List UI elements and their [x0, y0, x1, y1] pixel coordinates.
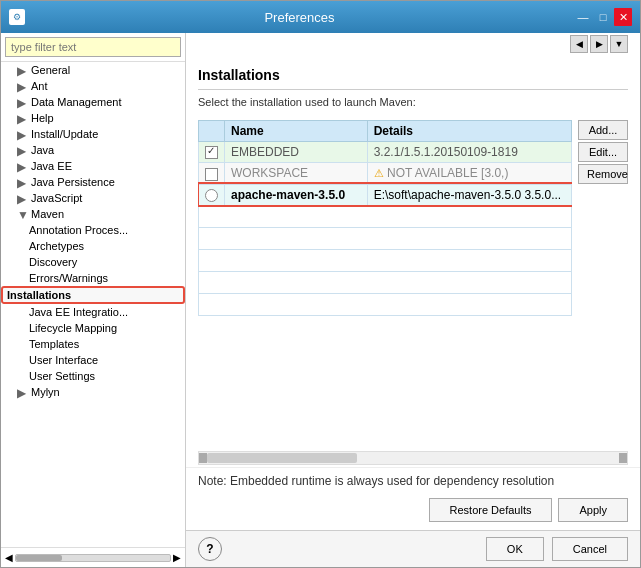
sidebar-item-maven[interactable]: ▼ Maven: [1, 206, 185, 222]
footer-buttons: OK Cancel: [486, 537, 628, 561]
sidebar-item-lifecycle-mapping[interactable]: Lifecycle Mapping: [1, 320, 185, 336]
arrow-icon: ▶: [17, 128, 29, 140]
title-bar-left: ⚙: [9, 9, 25, 25]
arrow-icon: ▶: [17, 192, 29, 204]
help-icon: ?: [206, 542, 213, 556]
row-details-cell: ⚠ NOT AVAILABLE [3.0,): [367, 163, 571, 184]
sidebar-item-templates[interactable]: Templates: [1, 336, 185, 352]
sidebar-item-label: Java: [31, 144, 54, 156]
sidebar-item-label: Annotation Proces...: [29, 224, 128, 236]
arrow-icon: ▶: [17, 144, 29, 156]
edit-button[interactable]: Edit...: [578, 142, 628, 162]
sidebar-item-java-ee[interactable]: ▶ Java EE: [1, 158, 185, 174]
row-check-cell: [199, 184, 225, 205]
help-button[interactable]: ?: [198, 537, 222, 561]
row-name-cell: EMBEDDED: [225, 142, 368, 163]
sidebar-item-install-update[interactable]: ▶ Install/Update: [1, 126, 185, 142]
close-button[interactable]: ✕: [614, 8, 632, 26]
sidebar-item-ant[interactable]: ▶ Ant: [1, 78, 185, 94]
sidebar-item-label: JavaScript: [31, 192, 82, 204]
sidebar-item-errors-warnings[interactable]: Errors/Warnings: [1, 270, 185, 286]
main-header: Installations Select the installation us…: [186, 57, 640, 120]
sidebar-item-general[interactable]: ▶ General: [1, 62, 185, 78]
sidebar-item-annotation-process[interactable]: Annotation Proces...: [1, 222, 185, 238]
table-action-bar: Restore Defaults Apply: [186, 494, 640, 530]
note-text: Note: Embedded runtime is always used fo…: [198, 474, 554, 488]
sidebar-item-help[interactable]: ▶ Help: [1, 110, 185, 126]
section-description: Select the installation used to launch M…: [198, 96, 628, 108]
ok-button[interactable]: OK: [486, 537, 544, 561]
scroll-right-icon[interactable]: ▶: [173, 552, 181, 563]
nav-back-button[interactable]: ◀: [570, 35, 588, 53]
sidebar-item-label: Installations: [7, 289, 71, 301]
table-scroll: Name Details EMBEDDED: [198, 120, 572, 316]
remove-button[interactable]: Remove: [578, 164, 628, 184]
filter-input[interactable]: [5, 37, 181, 57]
row-details-text: NOT AVAILABLE [3.0,): [387, 166, 508, 180]
row-checkbox[interactable]: [205, 146, 218, 159]
row-details-cell: E:\soft\apache-maven-3.5.0 3.5.0...: [367, 184, 571, 205]
nav-forward-button[interactable]: ▶: [590, 35, 608, 53]
sidebar-item-label: Java Persistence: [31, 176, 115, 188]
table-row-empty: [199, 249, 572, 271]
sidebar-item-label: Lifecycle Mapping: [29, 322, 117, 334]
table-row-empty: [199, 227, 572, 249]
sidebar-item-javascript[interactable]: ▶ JavaScript: [1, 190, 185, 206]
sidebar-item-discovery[interactable]: Discovery: [1, 254, 185, 270]
sidebar-item-label: Errors/Warnings: [29, 272, 108, 284]
scroll-left-icon[interactable]: ◀: [5, 552, 13, 563]
table-area: Name Details EMBEDDED: [186, 120, 640, 449]
sidebar-item-label: Archetypes: [29, 240, 84, 252]
maximize-button[interactable]: □: [594, 8, 612, 26]
sidebar-item-label: Java EE Integratio...: [29, 306, 128, 318]
row-check-cell: [199, 163, 225, 184]
sidebar-item-label: General: [31, 64, 70, 76]
sidebar-item-user-settings[interactable]: User Settings: [1, 368, 185, 384]
arrow-icon: ▶: [17, 176, 29, 188]
horizontal-scrollbar[interactable]: [198, 451, 628, 465]
col-check: [199, 121, 225, 142]
row-name-cell: apache-maven-3.5.0: [225, 184, 368, 205]
sidebar-item-java-ee-integration[interactable]: Java EE Integratio...: [1, 304, 185, 320]
cancel-button[interactable]: Cancel: [552, 537, 628, 561]
warning-icon: ⚠: [374, 167, 384, 179]
app-icon: ⚙: [9, 9, 25, 25]
row-radio[interactable]: [205, 189, 218, 202]
window-controls: — □ ✕: [574, 8, 632, 26]
apply-button[interactable]: Apply: [558, 498, 628, 522]
main-content: ▶ General ▶ Ant ▶ Data Management ▶ Help: [1, 33, 640, 567]
add-button[interactable]: Add...: [578, 120, 628, 140]
col-details: Details: [367, 121, 571, 142]
sidebar-item-label: Mylyn: [31, 386, 60, 398]
sidebar-item-installations[interactable]: Installations: [1, 286, 185, 304]
row-details-cell: 3.2.1/1.5.1.20150109-1819: [367, 142, 571, 163]
sidebar-item-user-interface[interactable]: User Interface: [1, 352, 185, 368]
table-row: EMBEDDED 3.2.1/1.5.1.20150109-1819: [199, 142, 572, 163]
sidebar-item-label: Ant: [31, 80, 48, 92]
sidebar-item-mylyn[interactable]: ▶ Mylyn: [1, 384, 185, 400]
nav-dropdown-button[interactable]: ▼: [610, 35, 628, 53]
footer: ? OK Cancel: [186, 530, 640, 567]
row-checkbox[interactable]: [205, 168, 218, 181]
restore-defaults-button[interactable]: Restore Defaults: [429, 498, 553, 522]
note-area: Note: Embedded runtime is always used fo…: [186, 467, 640, 494]
sidebar-item-java-persistence[interactable]: ▶ Java Persistence: [1, 174, 185, 190]
sidebar-item-archetypes[interactable]: Archetypes: [1, 238, 185, 254]
sidebar-item-label: Maven: [31, 208, 64, 220]
sidebar-item-java[interactable]: ▶ Java: [1, 142, 185, 158]
arrow-icon: ▶: [17, 386, 29, 398]
arrow-icon: ▼: [17, 208, 29, 220]
installations-table: Name Details EMBEDDED: [198, 120, 572, 316]
arrow-icon: ▶: [17, 64, 29, 76]
arrow-icon: ▶: [17, 112, 29, 124]
sidebar-item-label: Java EE: [31, 160, 72, 172]
sidebar-item-label: User Settings: [29, 370, 95, 382]
window-title: Preferences: [25, 10, 574, 25]
sidebar-item-data-management[interactable]: ▶ Data Management: [1, 94, 185, 110]
minimize-button[interactable]: —: [574, 8, 592, 26]
row-name-cell: WORKSPACE: [225, 163, 368, 184]
title-bar: ⚙ Preferences — □ ✕: [1, 1, 640, 33]
section-title: Installations: [198, 67, 628, 90]
sidebar-item-label: Discovery: [29, 256, 77, 268]
arrow-icon: ▶: [17, 96, 29, 108]
